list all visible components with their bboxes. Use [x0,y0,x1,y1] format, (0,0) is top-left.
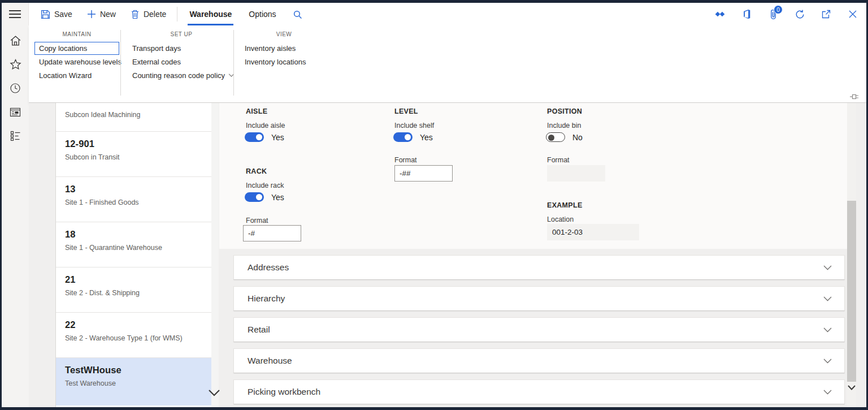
menu-item-transport-days[interactable]: Transport days [128,42,235,55]
top-toolbar: Save New Delete Warehouse [2,3,866,25]
refresh-icon[interactable] [794,8,805,20]
list-item[interactable]: 22 Site 2 - Warehouse Type 1 (for WMS) [56,313,211,358]
open-new-window-icon[interactable] [821,8,832,20]
attachments-badge: 0 [774,5,783,14]
new-button[interactable]: New [80,3,123,25]
favorites-star-icon[interactable] [2,53,29,76]
warehouse-name: Site 1 - Quarantine Warehouse [65,244,202,252]
group-title: VIEW [240,31,328,37]
save-button[interactable]: Save [33,3,80,25]
menu-item-location-wizard[interactable]: Location Wizard [34,69,119,82]
app-window: Save New Delete Warehouse [0,0,868,410]
warehouse-name: Site 2 - Dist. & Shipping [65,289,202,297]
menu-item-counting-reason-code-policy[interactable]: Counting reason code policy [128,69,235,82]
chevron-down-icon [823,265,832,270]
delete-label: Delete [144,10,166,19]
new-label: New [100,10,116,19]
tab-warehouse-label: Warehouse [189,10,232,19]
hamburger-icon [9,8,21,20]
section-title: Warehouse [248,356,292,366]
workspace-form-icon[interactable] [2,100,29,124]
include-shelf-toggle[interactable] [393,132,413,142]
content-area: Subcon Ideal Machining 12-901 Subcon in … [29,103,866,407]
warehouse-id: 18 [65,229,202,240]
flyout-group-maintain: MAINTAIN Copy locations Update warehouse… [34,31,119,83]
menu-item-update-warehouse-levels[interactable]: Update warehouse levels [34,55,119,68]
rack-format-label: Format [246,217,268,225]
section-header[interactable]: Addresses [233,255,845,280]
rack-format-input[interactable] [243,225,301,241]
example-group-header: EXAMPLE [547,201,583,209]
warehouse-id: TestWHouse [65,365,202,376]
pin-action-pane-icon[interactable] [849,93,860,101]
main-scroll-down-icon[interactable] [847,385,856,391]
group-title: MAINTAIN [34,31,119,37]
list-item[interactable]: 18 Site 1 - Quarantine Warehouse [56,222,211,267]
chevron-down-icon [823,327,832,333]
position-group-header: POSITION [547,107,582,115]
search-button[interactable] [285,3,310,25]
include-shelf-label: Include shelf [394,122,434,130]
include-rack-label: Include rack [246,182,284,189]
location-names-section-body: AISLE Include aisle Yes RACK Include rac… [219,103,847,249]
nav-menu-button[interactable] [2,3,29,25]
section-header[interactable]: Warehouse [233,348,845,373]
toolbar-actions: Save New Delete Warehouse [33,3,310,25]
toolbar-separator [177,7,177,21]
level-format-input[interactable] [394,165,453,182]
section-title: Addresses [248,262,289,273]
chevron-down-icon [823,359,832,364]
aisle-group-header: AISLE [246,107,267,115]
warehouse-name: Subcon in Transit [65,153,202,161]
section-header[interactable]: Retail [233,317,845,342]
list-item[interactable]: Subcon Ideal Machining [56,103,211,132]
list-item[interactable]: 12-901 Subcon in Transit [56,132,211,177]
section-header[interactable]: Hierarchy [233,286,845,311]
section-header[interactable]: Picking workbench [233,379,845,404]
main-scrollbar-thumb[interactable] [847,201,856,382]
recent-clock-icon[interactable] [2,76,29,100]
plus-icon [87,10,96,19]
position-format-input [547,165,605,182]
section-title: Retail [248,325,270,335]
menu-item-external-codes[interactable]: External codes [128,55,235,68]
menu-item-inventory-locations[interactable]: Inventory locations [240,55,328,68]
include-shelf-value: Yes [420,133,433,142]
menu-item-inventory-aisles[interactable]: Inventory aisles [240,42,328,55]
include-aisle-toggle[interactable] [245,132,264,142]
favorites-diamonds-icon[interactable] [714,8,726,20]
tab-warehouse[interactable]: Warehouse [181,3,240,25]
rack-group-header: RACK [246,167,267,175]
app-frame: Save New Delete Warehouse [2,3,866,407]
warehouse-detail-form: AISLE Include aisle Yes RACK Include rac… [219,103,847,407]
include-bin-label: Include bin [547,122,581,130]
flyout-group-view: VIEW Inventory aisles Inventory location… [240,31,328,69]
search-icon [293,10,302,19]
include-rack-toggle[interactable] [245,192,264,202]
modules-list-icon[interactable] [2,124,29,148]
list-scrollbar[interactable] [211,103,219,407]
warehouse-id: 22 [65,320,202,330]
list-item[interactable]: TestWHouse Test Warehouse [56,358,211,405]
warehouse-menu-flyout: MAINTAIN Copy locations Update warehouse… [29,25,866,103]
include-bin-toggle[interactable] [546,132,565,142]
chevron-down-icon [823,296,832,301]
home-icon[interactable] [2,29,29,53]
toolbar-right-icons: 0 [714,3,858,25]
list-scroll-down-icon[interactable] [208,389,220,397]
close-icon[interactable] [847,8,858,20]
level-format-label: Format [394,156,417,164]
list-item[interactable]: 21 Site 2 - Dist. & Shipping [56,267,211,313]
tab-options[interactable]: Options [240,3,284,25]
section-title: Hierarchy [248,294,285,304]
warehouse-id: 12-901 [65,139,202,149]
attachments-icon[interactable]: 0 [767,8,779,20]
delete-button[interactable]: Delete [123,3,173,25]
office-icon[interactable] [741,8,752,20]
location-example-label: Location [547,215,574,223]
menu-item-copy-locations[interactable]: Copy locations [34,42,119,55]
flyout-group-setup: SET UP Transport days External codes Cou… [128,31,235,83]
list-item[interactable]: 13 Site 1 - Finished Goods [56,177,211,222]
trash-icon [131,10,140,19]
warehouse-id: 21 [65,274,202,285]
